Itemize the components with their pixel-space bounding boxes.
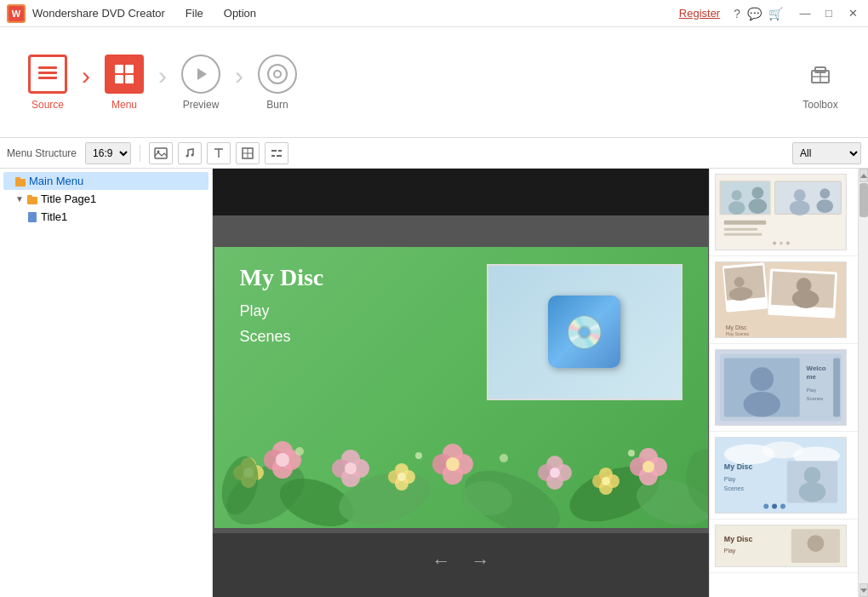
chat-icon[interactable]: 💬 [747, 7, 762, 20]
maximize-button[interactable]: □ [820, 7, 837, 20]
svg-point-78 [599, 481, 613, 495]
svg-rect-26 [278, 150, 282, 152]
tree-area: Main Menu ▼ Title Page1 Title1 [0, 169, 212, 597]
template-item-2[interactable]: My Disc Play Scenes [710, 256, 858, 344]
main-toolbar: Source › Menu › Preview › Burn T [0, 27, 868, 138]
svg-rect-127 [833, 358, 840, 416]
svg-rect-93 [724, 233, 762, 236]
disc-scenes-text[interactable]: Scenes [240, 328, 291, 346]
source-label: Source [31, 99, 64, 111]
toolbox-tab[interactable]: Toolbox [786, 40, 854, 125]
folder-icon [15, 176, 26, 187]
preview-icon [181, 55, 220, 94]
svg-text:Play: Play [724, 548, 736, 554]
main-content: Main Menu ▼ Title Page1 Title1 [0, 169, 868, 597]
menu-tab[interactable]: Menu [90, 40, 158, 125]
svg-rect-25 [271, 150, 277, 152]
svg-point-73 [395, 477, 408, 491]
title1-label: Title1 [41, 210, 67, 223]
preview-tab[interactable]: Preview [167, 40, 235, 125]
canvas-wrap: My Disc Play Scenes 💿 ← → [213, 169, 709, 597]
register-link[interactable]: Register [679, 7, 720, 20]
svg-point-83 [295, 447, 304, 456]
sub-toolbar: Menu Structure 16:94:3 AllStaticAnimated [0, 138, 868, 169]
template-thumb-3: Welco me Play Scenes [715, 349, 847, 426]
burn-tab[interactable]: Burn [243, 40, 311, 125]
image-tool-button[interactable] [149, 142, 173, 164]
svg-point-51 [453, 454, 473, 474]
product-icon: 💿 [564, 313, 604, 351]
svg-point-104 [773, 242, 776, 245]
music-tool-button[interactable] [178, 142, 202, 164]
templates-panel: My Disc Play Scenes [709, 169, 858, 597]
scroll-track-space [859, 218, 868, 583]
close-button[interactable]: ✕ [844, 7, 861, 20]
menu-option[interactable]: Option [220, 5, 260, 21]
source-tab[interactable]: Source [14, 40, 82, 125]
title-bar: W Wondershare DVD Creator File Option Re… [0, 0, 868, 27]
svg-point-139 [763, 504, 768, 509]
disc-title-text: My Disc [240, 264, 324, 291]
toolbox-icon [801, 55, 840, 94]
arrow-1: › [82, 61, 90, 90]
template-item-3[interactable]: Welco me Play Scenes [710, 344, 858, 432]
scroll-down-button[interactable] [859, 583, 868, 597]
preview-label: Preview [183, 99, 220, 111]
help-icon[interactable]: ? [734, 7, 740, 20]
svg-point-50 [443, 444, 463, 464]
svg-point-45 [341, 450, 360, 468]
svg-point-40 [272, 441, 293, 462]
svg-point-135 [799, 482, 826, 502]
separator-1 [140, 145, 140, 162]
preview-box-bg: 💿 [488, 266, 681, 399]
svg-rect-33 [28, 212, 37, 222]
svg-point-76 [606, 474, 620, 488]
svg-point-96 [728, 201, 745, 215]
tree-item-title-page1[interactable]: ▼ Title Page1 [3, 190, 208, 208]
svg-rect-2 [38, 66, 57, 69]
next-button[interactable]: → [471, 550, 490, 572]
source-icon [28, 55, 67, 94]
svg-point-47 [332, 459, 351, 478]
svg-text:me: me [807, 373, 817, 381]
template-thumb-4: My Disc Play Scenes [715, 437, 847, 514]
svg-point-65 [241, 457, 256, 473]
svg-point-49 [345, 462, 357, 474]
right-scrollbar[interactable] [858, 169, 868, 597]
aspect-ratio-select[interactable]: 16:94:3 [85, 142, 131, 164]
cart-icon[interactable]: 🛒 [768, 7, 783, 20]
svg-point-48 [341, 468, 360, 487]
text-tool-button[interactable] [207, 142, 231, 164]
disc-play-text[interactable]: Play [240, 302, 270, 320]
scroll-thumb[interactable] [859, 183, 868, 217]
template-item-4[interactable]: My Disc Play Scenes [710, 432, 858, 520]
svg-point-79 [602, 477, 610, 485]
scroll-up-button[interactable] [859, 169, 868, 182]
svg-point-62 [630, 457, 648, 476]
tree-item-main-menu[interactable]: Main Menu [3, 172, 208, 190]
settings-tool-button[interactable] [265, 142, 288, 164]
svg-rect-6 [125, 65, 134, 73]
minimize-button[interactable]: — [797, 7, 814, 20]
svg-text:Welco: Welco [807, 365, 826, 372]
svg-point-59 [550, 468, 560, 478]
svg-point-84 [415, 452, 422, 459]
svg-point-36 [333, 462, 436, 527]
svg-marker-148 [860, 588, 867, 593]
prev-button[interactable]: ← [432, 550, 451, 572]
svg-point-122 [744, 392, 780, 417]
tree-item-title1[interactable]: Title1 [3, 208, 208, 226]
svg-text:Scenes: Scenes [807, 396, 824, 401]
template-item-1[interactable] [710, 169, 858, 256]
layout-tool-button[interactable] [236, 142, 260, 164]
svg-point-43 [272, 458, 293, 479]
filter-select[interactable]: AllStaticAnimated [792, 142, 861, 164]
app-logo: W [7, 4, 26, 23]
menu-file[interactable]: File [182, 5, 207, 21]
canvas-top-bar [213, 169, 709, 215]
template-item-5[interactable]: My Disc Play [710, 520, 858, 573]
svg-point-60 [639, 448, 658, 467]
svg-rect-28 [271, 155, 275, 157]
svg-text:Play: Play [807, 387, 817, 393]
svg-point-37 [454, 457, 568, 528]
